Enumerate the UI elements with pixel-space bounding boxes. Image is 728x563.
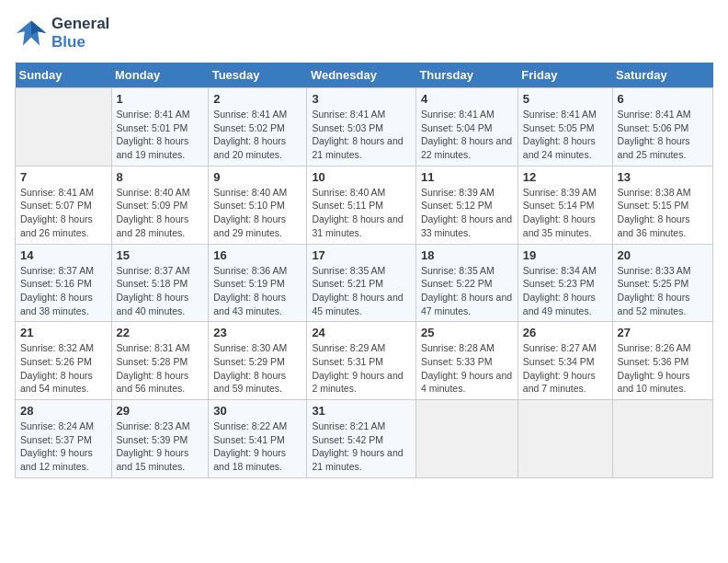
day-info: Sunrise: 8:39 AMSunset: 5:14 PMDaylight:… xyxy=(523,186,608,240)
day-info: Sunrise: 8:31 AMSunset: 5:28 PMDaylight:… xyxy=(117,341,204,396)
calendar-cell: 4Sunrise: 8:41 AMSunset: 5:04 PMDaylight… xyxy=(415,88,518,167)
day-number: 25 xyxy=(421,326,513,339)
day-header-monday: Monday xyxy=(111,63,209,88)
calendar-cell: 15Sunrise: 8:37 AMSunset: 5:18 PMDayligh… xyxy=(111,244,209,322)
day-info: Sunrise: 8:29 AMSunset: 5:31 PMDaylight:… xyxy=(312,341,411,396)
day-number: 18 xyxy=(421,248,513,262)
day-info: Sunrise: 8:41 AMSunset: 5:06 PMDaylight:… xyxy=(618,108,708,162)
calendar-cell: 9Sunrise: 8:40 AMSunset: 5:10 PMDaylight… xyxy=(209,166,307,244)
day-info: Sunrise: 8:41 AMSunset: 5:03 PMDaylight:… xyxy=(312,108,411,162)
day-info: Sunrise: 8:41 AMSunset: 5:04 PMDaylight:… xyxy=(421,108,513,162)
day-header-wednesday: Wednesday xyxy=(307,63,416,88)
day-info: Sunrise: 8:41 AMSunset: 5:02 PMDaylight:… xyxy=(213,108,301,162)
day-number: 5 xyxy=(523,92,608,106)
logo: General Blue xyxy=(15,15,109,52)
calendar-cell: 25Sunrise: 8:28 AMSunset: 5:33 PMDayligh… xyxy=(415,322,518,400)
day-info: Sunrise: 8:41 AMSunset: 5:05 PMDaylight:… xyxy=(523,108,608,162)
calendar-cell xyxy=(518,400,612,478)
day-info: Sunrise: 8:23 AMSunset: 5:39 PMDaylight:… xyxy=(117,419,204,474)
calendar-cell: 5Sunrise: 8:41 AMSunset: 5:05 PMDaylight… xyxy=(518,88,612,167)
day-number: 2 xyxy=(213,92,301,106)
calendar-cell: 19Sunrise: 8:34 AMSunset: 5:23 PMDayligh… xyxy=(518,244,612,322)
day-info: Sunrise: 8:37 AMSunset: 5:16 PMDaylight:… xyxy=(20,264,107,318)
day-number: 31 xyxy=(312,404,411,418)
day-number: 10 xyxy=(312,170,411,184)
day-number: 30 xyxy=(213,404,301,418)
day-number: 22 xyxy=(117,326,204,339)
day-number: 9 xyxy=(213,170,301,184)
day-info: Sunrise: 8:28 AMSunset: 5:33 PMDaylight:… xyxy=(421,341,513,396)
day-number: 27 xyxy=(618,326,708,339)
day-info: Sunrise: 8:41 AMSunset: 5:07 PMDaylight:… xyxy=(20,186,107,240)
calendar-cell: 7Sunrise: 8:41 AMSunset: 5:07 PMDaylight… xyxy=(16,166,112,244)
day-number: 6 xyxy=(618,92,708,106)
week-row-4: 21Sunrise: 8:32 AMSunset: 5:26 PMDayligh… xyxy=(16,322,713,400)
day-number: 4 xyxy=(421,92,513,106)
day-info: Sunrise: 8:30 AMSunset: 5:29 PMDaylight:… xyxy=(213,341,301,396)
day-number: 21 xyxy=(20,326,107,339)
calendar-cell: 29Sunrise: 8:23 AMSunset: 5:39 PMDayligh… xyxy=(111,400,209,478)
day-number: 14 xyxy=(20,248,107,262)
day-info: Sunrise: 8:40 AMSunset: 5:11 PMDaylight:… xyxy=(312,186,411,240)
calendar-cell: 17Sunrise: 8:35 AMSunset: 5:21 PMDayligh… xyxy=(307,244,416,322)
day-info: Sunrise: 8:33 AMSunset: 5:25 PMDaylight:… xyxy=(618,264,708,318)
week-row-1: 1Sunrise: 8:41 AMSunset: 5:01 PMDaylight… xyxy=(16,88,713,167)
day-number: 24 xyxy=(312,326,411,339)
calendar-cell: 21Sunrise: 8:32 AMSunset: 5:26 PMDayligh… xyxy=(16,322,112,400)
calendar-cell: 31Sunrise: 8:21 AMSunset: 5:42 PMDayligh… xyxy=(307,400,416,478)
calendar-cell: 18Sunrise: 8:35 AMSunset: 5:22 PMDayligh… xyxy=(415,244,518,322)
svg-marker-1 xyxy=(31,21,46,35)
logo-icon xyxy=(15,17,48,50)
day-info: Sunrise: 8:40 AMSunset: 5:09 PMDaylight:… xyxy=(117,186,204,240)
day-number: 11 xyxy=(421,170,513,184)
calendar-cell: 13Sunrise: 8:38 AMSunset: 5:15 PMDayligh… xyxy=(612,166,712,244)
day-number: 13 xyxy=(618,170,708,184)
day-number: 26 xyxy=(523,326,608,339)
day-info: Sunrise: 8:26 AMSunset: 5:36 PMDaylight:… xyxy=(618,341,708,396)
calendar-cell: 14Sunrise: 8:37 AMSunset: 5:16 PMDayligh… xyxy=(16,244,112,322)
day-info: Sunrise: 8:38 AMSunset: 5:15 PMDaylight:… xyxy=(618,186,708,240)
day-header-sunday: Sunday xyxy=(16,63,112,88)
logo-text: General Blue xyxy=(51,15,109,52)
calendar-cell: 12Sunrise: 8:39 AMSunset: 5:14 PMDayligh… xyxy=(518,166,612,244)
day-header-thursday: Thursday xyxy=(415,63,518,88)
calendar-cell: 24Sunrise: 8:29 AMSunset: 5:31 PMDayligh… xyxy=(307,322,416,400)
day-header-friday: Friday xyxy=(518,63,612,88)
day-number: 19 xyxy=(523,248,608,262)
calendar-cell: 6Sunrise: 8:41 AMSunset: 5:06 PMDaylight… xyxy=(612,88,712,167)
week-row-5: 28Sunrise: 8:24 AMSunset: 5:37 PMDayligh… xyxy=(16,400,713,478)
day-number: 15 xyxy=(117,248,204,262)
day-number: 17 xyxy=(312,248,411,262)
calendar-cell: 2Sunrise: 8:41 AMSunset: 5:02 PMDaylight… xyxy=(209,88,307,167)
week-row-2: 7Sunrise: 8:41 AMSunset: 5:07 PMDaylight… xyxy=(16,166,713,244)
day-info: Sunrise: 8:22 AMSunset: 5:41 PMDaylight:… xyxy=(213,419,301,474)
calendar-cell: 20Sunrise: 8:33 AMSunset: 5:25 PMDayligh… xyxy=(612,244,712,322)
calendar-cell: 8Sunrise: 8:40 AMSunset: 5:09 PMDaylight… xyxy=(111,166,209,244)
day-info: Sunrise: 8:41 AMSunset: 5:01 PMDaylight:… xyxy=(117,108,204,162)
page-header: General Blue xyxy=(15,15,713,52)
days-header-row: SundayMondayTuesdayWednesdayThursdayFrid… xyxy=(16,63,713,88)
calendar-cell: 26Sunrise: 8:27 AMSunset: 5:34 PMDayligh… xyxy=(518,322,612,400)
day-info: Sunrise: 8:36 AMSunset: 5:19 PMDaylight:… xyxy=(213,264,301,318)
day-number: 28 xyxy=(20,404,107,418)
calendar-cell: 28Sunrise: 8:24 AMSunset: 5:37 PMDayligh… xyxy=(16,400,112,478)
day-number: 3 xyxy=(312,92,411,106)
day-number: 7 xyxy=(20,170,107,184)
day-info: Sunrise: 8:40 AMSunset: 5:10 PMDaylight:… xyxy=(213,186,301,240)
calendar-cell: 11Sunrise: 8:39 AMSunset: 5:12 PMDayligh… xyxy=(415,166,518,244)
day-info: Sunrise: 8:34 AMSunset: 5:23 PMDaylight:… xyxy=(523,264,608,318)
calendar-cell: 10Sunrise: 8:40 AMSunset: 5:11 PMDayligh… xyxy=(307,166,416,244)
day-info: Sunrise: 8:27 AMSunset: 5:34 PMDaylight:… xyxy=(523,341,608,396)
calendar-cell: 1Sunrise: 8:41 AMSunset: 5:01 PMDaylight… xyxy=(111,88,209,167)
day-info: Sunrise: 8:21 AMSunset: 5:42 PMDaylight:… xyxy=(312,419,411,474)
calendar-cell xyxy=(16,88,112,167)
calendar-cell: 27Sunrise: 8:26 AMSunset: 5:36 PMDayligh… xyxy=(612,322,712,400)
day-header-tuesday: Tuesday xyxy=(209,63,307,88)
day-header-saturday: Saturday xyxy=(612,63,712,88)
day-info: Sunrise: 8:35 AMSunset: 5:21 PMDaylight:… xyxy=(312,264,411,318)
calendar-cell: 23Sunrise: 8:30 AMSunset: 5:29 PMDayligh… xyxy=(209,322,307,400)
calendar-cell xyxy=(612,400,712,478)
day-info: Sunrise: 8:39 AMSunset: 5:12 PMDaylight:… xyxy=(421,186,513,240)
day-info: Sunrise: 8:35 AMSunset: 5:22 PMDaylight:… xyxy=(421,264,513,318)
day-number: 1 xyxy=(117,92,204,106)
